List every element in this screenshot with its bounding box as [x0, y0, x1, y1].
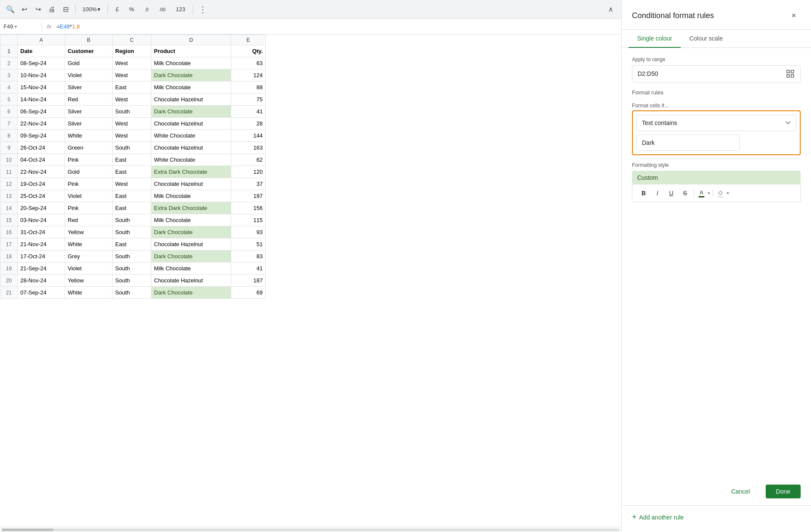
cell-a3[interactable]: 10-Nov-24	[18, 69, 65, 81]
cell-d17[interactable]: Chocolate Hazelnut	[151, 238, 231, 250]
cell-b5[interactable]: Red	[65, 94, 113, 106]
cell-d10[interactable]: White Chocolate	[151, 154, 231, 166]
cell-b13[interactable]: Violet	[65, 190, 113, 202]
cell-e10[interactable]: 62	[231, 154, 266, 166]
cell-d4[interactable]: Milk Chocolate	[151, 81, 231, 94]
font-color-arrow[interactable]: ▾	[708, 191, 710, 195]
font-color-button[interactable]: A	[697, 188, 706, 198]
cell-e21[interactable]: 69	[231, 287, 266, 299]
cell-a21[interactable]: 07-Sep-24	[18, 287, 65, 299]
search-icon[interactable]: 🔍	[5, 4, 16, 15]
horizontal-scrollbar[interactable]	[0, 527, 621, 532]
col-header-a[interactable]: A	[18, 35, 65, 45]
done-button[interactable]: Done	[766, 485, 801, 498]
tab-colour-scale[interactable]: Colour scale	[681, 30, 732, 48]
fill-color-arrow[interactable]: ▾	[727, 191, 729, 195]
italic-button[interactable]: I	[651, 187, 663, 199]
cell-e2[interactable]: 63	[231, 57, 266, 69]
cell-b14[interactable]: Pink	[65, 202, 113, 214]
cell-c10[interactable]: East	[113, 154, 151, 166]
cell-e5[interactable]: 75	[231, 94, 266, 106]
col-header-e[interactable]: E	[231, 35, 266, 45]
cell-c1[interactable]: Region	[113, 45, 151, 57]
underline-button[interactable]: U	[665, 187, 677, 199]
cell-c20[interactable]: South	[113, 275, 151, 287]
cell-d12[interactable]: Chocolate Hazelnut	[151, 178, 231, 190]
cell-e20[interactable]: 187	[231, 275, 266, 287]
currency-button[interactable]: £	[112, 5, 122, 13]
add-another-rule-button[interactable]: + Add another rule	[632, 511, 684, 523]
cell-b8[interactable]: White	[65, 130, 113, 142]
condition-value-input[interactable]	[636, 135, 740, 151]
cell-d3[interactable]: Dark Chocolate	[151, 69, 231, 81]
cell-c12[interactable]: West	[113, 178, 151, 190]
cell-d13[interactable]: Milk Chocolate	[151, 190, 231, 202]
collapse-icon[interactable]: ∧	[606, 4, 616, 15]
cell-c14[interactable]: East	[113, 202, 151, 214]
cell-d18[interactable]: Dark Chocolate	[151, 250, 231, 263]
fill-color-button[interactable]: ◇	[716, 188, 725, 198]
cell-d2[interactable]: Milk Chocolate	[151, 57, 231, 69]
cell-d15[interactable]: Milk Chocolate	[151, 214, 231, 226]
redo-icon[interactable]: ↪	[33, 4, 43, 15]
cell-e14[interactable]: 156	[231, 202, 266, 214]
undo-icon[interactable]: ↩	[19, 4, 29, 15]
grid-select-icon[interactable]	[786, 69, 795, 78]
bold-button[interactable]: B	[638, 187, 650, 199]
cell-b3[interactable]: Violet	[65, 69, 113, 81]
cell-c19[interactable]: South	[113, 263, 151, 275]
cell-a7[interactable]: 22-Nov-24	[18, 118, 65, 130]
cell-a5[interactable]: 14-Nov-24	[18, 94, 65, 106]
col-header-b[interactable]: B	[65, 35, 113, 45]
cell-e18[interactable]: 83	[231, 250, 266, 263]
cell-e12[interactable]: 37	[231, 178, 266, 190]
cell-b1[interactable]: Customer	[65, 45, 113, 57]
cell-d11[interactable]: Extra Dark Chocolate	[151, 166, 231, 178]
cell-d6[interactable]: Dark Chocolate	[151, 106, 231, 118]
cell-a16[interactable]: 31-Oct-24	[18, 226, 65, 238]
print-icon[interactable]: 🖨	[47, 4, 57, 15]
cell-a17[interactable]: 21-Nov-24	[18, 238, 65, 250]
cell-b10[interactable]: Pink	[65, 154, 113, 166]
cell-e4[interactable]: 88	[231, 81, 266, 94]
cell-c16[interactable]: South	[113, 226, 151, 238]
zoom-selector[interactable]: 100% ▾	[80, 5, 103, 13]
cell-b16[interactable]: Yellow	[65, 226, 113, 238]
cell-e16[interactable]: 93	[231, 226, 266, 238]
scrollbar-thumb[interactable]	[2, 529, 53, 531]
cell-b2[interactable]: Gold	[65, 57, 113, 69]
cell-c8[interactable]: West	[113, 130, 151, 142]
cell-b19[interactable]: Violet	[65, 263, 113, 275]
cell-a4[interactable]: 15-Nov-24	[18, 81, 65, 94]
cell-c15[interactable]: South	[113, 214, 151, 226]
cell-b9[interactable]: Green	[65, 142, 113, 154]
cell-a13[interactable]: 25-Oct-24	[18, 190, 65, 202]
cell-a15[interactable]: 03-Nov-24	[18, 214, 65, 226]
cell-c13[interactable]: East	[113, 190, 151, 202]
cell-d9[interactable]: Chocolate Hazelnut	[151, 142, 231, 154]
cell-b4[interactable]: Silver	[65, 81, 113, 94]
cell-b15[interactable]: Red	[65, 214, 113, 226]
cell-c5[interactable]: West	[113, 94, 151, 106]
cell-d20[interactable]: Chocolate Hazelnut	[151, 275, 231, 287]
condition-select[interactable]: Text contains Text does not contain Text…	[636, 115, 796, 131]
cell-c17[interactable]: East	[113, 238, 151, 250]
cell-c7[interactable]: West	[113, 118, 151, 130]
cell-b17[interactable]: White	[65, 238, 113, 250]
range-input-box[interactable]: D2:D50	[632, 65, 801, 82]
cell-e17[interactable]: 51	[231, 238, 266, 250]
cell-d5[interactable]: Chocolate Hazelnut	[151, 94, 231, 106]
cell-a2[interactable]: 08-Sep-24	[18, 57, 65, 69]
cell-d1[interactable]: Product	[151, 45, 231, 57]
cell-b6[interactable]: Silver	[65, 106, 113, 118]
format123-button[interactable]: 123	[173, 5, 189, 13]
decimal-less-button[interactable]: .0	[141, 6, 152, 13]
cell-e7[interactable]: 28	[231, 118, 266, 130]
cell-d8[interactable]: White Chocolate	[151, 130, 231, 142]
cell-b18[interactable]: Grey	[65, 250, 113, 263]
decimal-more-button[interactable]: .00	[155, 6, 169, 13]
cell-ref-dropdown-icon[interactable]: ▾	[15, 24, 17, 29]
cell-c3[interactable]: West	[113, 69, 151, 81]
cell-a12[interactable]: 19-Oct-24	[18, 178, 65, 190]
cell-b12[interactable]: Pink	[65, 178, 113, 190]
